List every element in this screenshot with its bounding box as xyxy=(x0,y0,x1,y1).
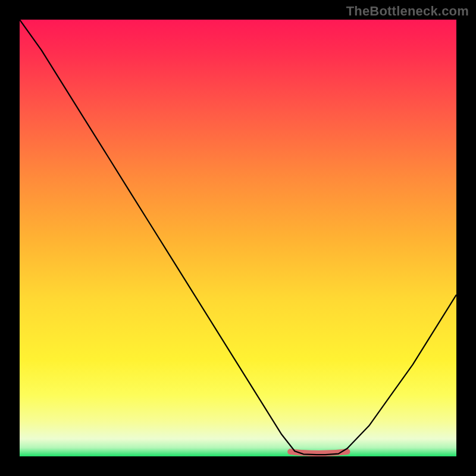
chart-stage: TheBottleneck.com xyxy=(0,0,476,476)
watermark-text: TheBottleneck.com xyxy=(346,4,469,19)
plot-area xyxy=(20,20,456,456)
bottleneck-curve xyxy=(20,20,456,455)
curve-layer xyxy=(20,20,456,456)
